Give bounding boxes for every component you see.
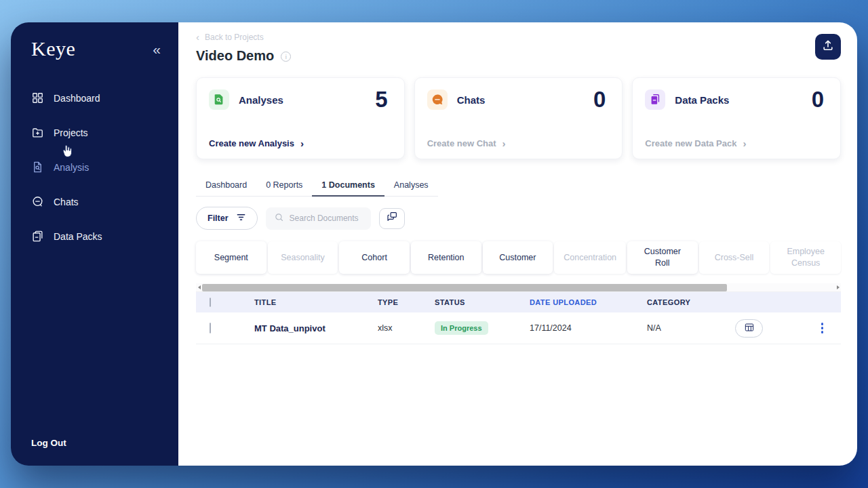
column-header-category[interactable]: CATEGORY — [647, 298, 735, 306]
page-title: Video Demo — [196, 48, 274, 64]
select-all-checkbox[interactable] — [210, 298, 211, 307]
analyses-count: 5 — [375, 87, 387, 113]
chevron-right-icon: › — [502, 138, 506, 149]
tab-documents[interactable]: 1 Documents — [312, 176, 384, 197]
sidebar: Keye « Dashboard Projects — [11, 22, 178, 466]
category-seasonality[interactable]: Seasonality — [268, 241, 338, 274]
sidebar-item-projects[interactable]: Projects — [11, 115, 178, 150]
chats-bubble-icon — [427, 89, 448, 110]
tab-dashboard[interactable]: Dashboard — [196, 176, 256, 196]
keye-logo: Keye — [31, 37, 75, 60]
main-panel: ‹ Back to Projects Video Demo i — [178, 22, 857, 466]
documents-table: TITLE TYPE STATUS DATE UPLOADED CATEGORY… — [196, 291, 841, 344]
filter-label: Filter — [208, 214, 229, 223]
sidebar-item-data-packs[interactable]: Data Packs — [11, 219, 178, 253]
back-to-projects-link[interactable]: ‹ Back to Projects — [196, 33, 264, 42]
data-packs-icon — [645, 89, 665, 110]
sidebar-item-label: Analysis — [54, 162, 89, 173]
column-header-status[interactable]: STATUS — [435, 298, 530, 306]
sidebar-item-dashboard[interactable]: Dashboard — [11, 81, 178, 115]
search-input[interactable] — [290, 214, 368, 223]
action-label: Create new Data Pack — [645, 138, 736, 148]
filter-button[interactable]: Filter — [196, 207, 258, 230]
search-icon — [274, 212, 284, 225]
sidebar-header: Keye « — [11, 22, 178, 64]
chevron-left-icon: ‹ — [196, 32, 199, 42]
stacked-docs-icon — [31, 230, 44, 243]
page-header: Video Demo i — [196, 48, 841, 64]
sidebar-item-label: Chats — [54, 197, 79, 207]
document-type: xlsx — [378, 323, 435, 333]
upload-button[interactable] — [815, 34, 841, 60]
stat-cards: Analyses 5 Create new Analysis › Chats — [196, 77, 841, 159]
table-header-row: TITLE TYPE STATUS DATE UPLOADED CATEGORY — [196, 292, 841, 312]
table-grid-icon — [744, 322, 755, 335]
action-label: Create new Analysis — [209, 138, 294, 148]
create-new-analysis-link[interactable]: Create new Analysis › — [209, 138, 304, 149]
stat-card-data-packs: Data Packs 0 Create new Data Pack › — [632, 77, 841, 159]
section-tabs: Dashboard 0 Reports 1 Documents Analyses — [196, 176, 438, 197]
scroll-right-arrow[interactable] — [835, 283, 841, 291]
analysis-category-tabs: Segment Seasonality Cohort Retention Cus… — [196, 241, 841, 274]
grid-icon — [31, 92, 44, 104]
category-employee-census[interactable]: Employee Census — [770, 241, 841, 274]
page-background: Keye « Dashboard Projects — [0, 0, 868, 488]
sidebar-item-chats[interactable]: Chats — [11, 184, 178, 219]
tab-reports[interactable]: 0 Reports — [256, 176, 312, 196]
action-label: Create new Chat — [427, 138, 496, 148]
folder-plus-icon — [31, 126, 44, 139]
documents-toolbar: Filter — [196, 207, 841, 230]
table-row[interactable]: MT Data_unpivot xlsx In Progress 17/11/2… — [196, 312, 841, 344]
category-retention[interactable]: Retention — [411, 241, 481, 274]
document-date-uploaded: 17/11/2024 — [530, 323, 647, 333]
chevron-right-icon: › — [743, 138, 746, 149]
view-table-button[interactable] — [735, 319, 763, 338]
info-icon[interactable]: i — [281, 52, 291, 62]
category-concentration[interactable]: Concentration — [554, 241, 626, 274]
scroll-left-arrow[interactable] — [196, 283, 202, 291]
scrollbar-track[interactable] — [202, 283, 835, 291]
chat-with-documents-button[interactable] — [379, 208, 405, 229]
search-box — [266, 207, 371, 230]
category-cross-sell[interactable]: Cross-Sell — [699, 241, 770, 274]
sidebar-item-analysis[interactable]: Analysis — [11, 150, 178, 184]
tab-analyses[interactable]: Analyses — [384, 176, 438, 196]
filter-icon — [236, 212, 246, 224]
sidebar-collapse-icon[interactable]: « — [153, 42, 161, 56]
category-cohort[interactable]: Cohort — [339, 241, 410, 274]
stat-card-chats: Chats 0 Create new Chat › — [414, 77, 623, 159]
sidebar-item-label: Data Packs — [54, 231, 102, 242]
scrollbar-thumb[interactable] — [202, 284, 727, 291]
document-search-icon — [31, 161, 44, 174]
data-packs-count: 0 — [812, 87, 824, 113]
chats-count: 0 — [593, 87, 606, 113]
row-checkbox[interactable] — [210, 323, 211, 333]
column-header-type[interactable]: TYPE — [378, 298, 435, 306]
create-new-data-pack-link[interactable]: Create new Data Pack › — [645, 138, 746, 149]
card-label: Chats — [457, 94, 486, 106]
category-customer-roll[interactable]: Customer Roll — [627, 241, 698, 274]
column-header-title[interactable]: TITLE — [254, 298, 378, 306]
stat-card-analyses: Analyses 5 Create new Analysis › — [196, 77, 405, 159]
row-menu-button[interactable] — [818, 320, 827, 336]
card-label: Analyses — [239, 94, 283, 106]
sidebar-item-label: Projects — [54, 127, 88, 138]
document-title[interactable]: MT Data_unpivot — [254, 323, 378, 333]
card-label: Data Packs — [675, 94, 729, 106]
app-window: Keye « Dashboard Projects — [11, 22, 857, 466]
upload-icon — [821, 39, 835, 55]
category-segment[interactable]: Segment — [196, 241, 267, 274]
chat-bubble-icon — [31, 195, 44, 208]
logout-button[interactable]: Log Out — [11, 438, 178, 466]
horizontal-scrollbar — [196, 283, 841, 291]
create-new-chat-link[interactable]: Create new Chat › — [427, 138, 506, 149]
column-header-date-uploaded[interactable]: DATE UPLOADED — [530, 298, 647, 306]
category-customer[interactable]: Customer — [483, 241, 553, 274]
chevron-right-icon: › — [300, 138, 304, 149]
sidebar-nav: Dashboard Projects Analysis — [11, 81, 178, 253]
status-badge: In Progress — [435, 321, 488, 335]
analyses-document-icon — [209, 89, 229, 110]
chat-squares-icon — [386, 211, 398, 226]
back-link-label: Back to Projects — [205, 33, 264, 42]
document-category: N/A — [647, 323, 735, 333]
